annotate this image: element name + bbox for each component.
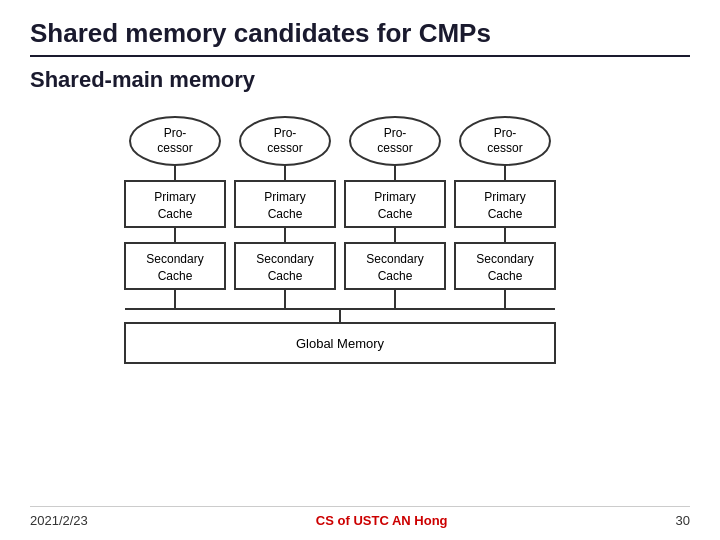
diagram-svg: Pro- cessor Pro- cessor Pro- cessor Pro-…: [115, 111, 605, 401]
slide: Shared memory candidates for CMPs Shared…: [0, 0, 720, 540]
footer-page: 30: [676, 513, 690, 528]
svg-text:cessor: cessor: [267, 141, 302, 155]
svg-text:Secondary: Secondary: [366, 252, 423, 266]
svg-text:Pro-: Pro-: [274, 126, 297, 140]
svg-text:Primary: Primary: [264, 190, 305, 204]
svg-text:cessor: cessor: [487, 141, 522, 155]
svg-text:Cache: Cache: [268, 207, 303, 221]
svg-text:Cache: Cache: [158, 269, 193, 283]
svg-text:Cache: Cache: [378, 207, 413, 221]
svg-text:Global Memory: Global Memory: [296, 336, 385, 351]
footer: 2021/2/23 CS of USTC AN Hong 30: [30, 506, 690, 528]
svg-text:Pro-: Pro-: [384, 126, 407, 140]
svg-text:Cache: Cache: [488, 207, 523, 221]
svg-text:Secondary: Secondary: [476, 252, 533, 266]
svg-text:Pro-: Pro-: [164, 126, 187, 140]
svg-text:Cache: Cache: [268, 269, 303, 283]
svg-text:Primary: Primary: [154, 190, 195, 204]
svg-text:cessor: cessor: [157, 141, 192, 155]
svg-text:Primary: Primary: [374, 190, 415, 204]
footer-center: CS of USTC AN Hong: [316, 513, 448, 528]
svg-text:Cache: Cache: [158, 207, 193, 221]
architecture-diagram: Pro- cessor Pro- cessor Pro- cessor Pro-…: [30, 111, 690, 401]
svg-text:Secondary: Secondary: [146, 252, 203, 266]
svg-text:Primary: Primary: [484, 190, 525, 204]
slide-title: Shared memory candidates for CMPs: [30, 18, 690, 57]
svg-text:Cache: Cache: [488, 269, 523, 283]
svg-text:cessor: cessor: [377, 141, 412, 155]
svg-text:Pro-: Pro-: [494, 126, 517, 140]
svg-text:Secondary: Secondary: [256, 252, 313, 266]
slide-subtitle: Shared-main memory: [30, 67, 690, 93]
footer-date: 2021/2/23: [30, 513, 88, 528]
svg-text:Cache: Cache: [378, 269, 413, 283]
